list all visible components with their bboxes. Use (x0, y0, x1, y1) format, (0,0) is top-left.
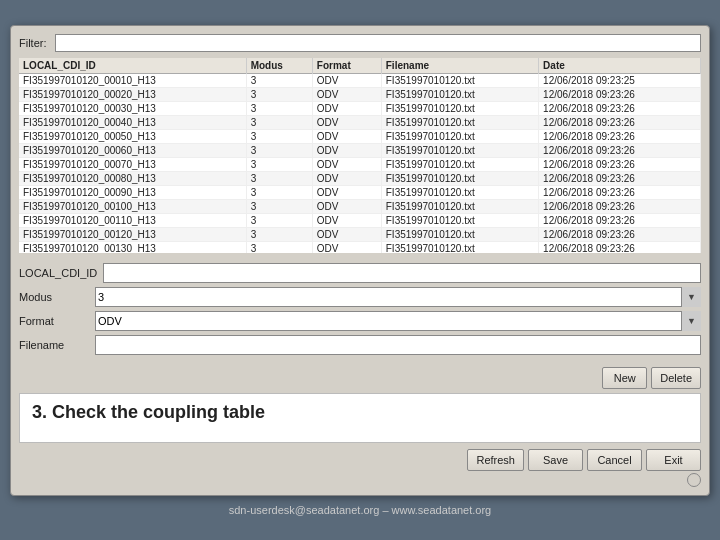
filter-row: Filter: (19, 34, 701, 52)
format-select-wrapper: ODV ▼ (95, 311, 701, 331)
table-cell-local_cdi_id: FI351997010120_00070_H13 (19, 157, 246, 171)
table-cell-modus: 3 (246, 157, 312, 171)
form-row-format: Format ODV ▼ (19, 311, 701, 331)
table-row[interactable]: FI351997010120_00030_H133ODVFI3519970101… (19, 101, 701, 115)
cancel-button[interactable]: Cancel (587, 449, 642, 471)
table-cell-modus: 3 (246, 73, 312, 87)
table-cell-local_cdi_id: FI351997010120_00010_H13 (19, 73, 246, 87)
table-row[interactable]: FI351997010120_00060_H133ODVFI3519970101… (19, 143, 701, 157)
filename-label: Filename (19, 339, 89, 351)
filter-input[interactable] (55, 34, 701, 52)
table-cell-date: 12/06/2018 09:23:26 (539, 87, 701, 101)
main-container: Filter: LOCAL_CDI_ID Modus Format Filena… (10, 25, 710, 496)
table-row[interactable]: FI351997010120_00080_H133ODVFI3519970101… (19, 171, 701, 185)
exit-button[interactable]: Exit (646, 449, 701, 471)
table-cell-format: ODV (312, 213, 381, 227)
table-cell-local_cdi_id: FI351997010120_00040_H13 (19, 115, 246, 129)
table-cell-format: ODV (312, 101, 381, 115)
table-cell-date: 12/06/2018 09:23:26 (539, 227, 701, 241)
table-cell-filename: FI351997010120.txt (381, 143, 538, 157)
table-cell-date: 12/06/2018 09:23:26 (539, 157, 701, 171)
new-delete-row: New Delete (19, 367, 701, 389)
table-cell-date: 12/06/2018 09:23:26 (539, 213, 701, 227)
table-cell-date: 12/06/2018 09:23:25 (539, 73, 701, 87)
table-cell-date: 12/06/2018 09:23:26 (539, 199, 701, 213)
table-header-row: LOCAL_CDI_ID Modus Format Filename Date (19, 58, 701, 74)
table-cell-date: 12/06/2018 09:23:26 (539, 241, 701, 253)
table-cell-filename: FI351997010120.txt (381, 73, 538, 87)
table-cell-filename: FI351997010120.txt (381, 129, 538, 143)
table-row[interactable]: FI351997010120_00010_H133ODVFI3519970101… (19, 73, 701, 87)
table-wrapper: LOCAL_CDI_ID Modus Format Filename Date … (19, 58, 701, 253)
table-cell-date: 12/06/2018 09:23:26 (539, 115, 701, 129)
table-cell-modus: 3 (246, 241, 312, 253)
table-body: FI351997010120_00010_H133ODVFI3519970101… (19, 73, 701, 253)
instruction-area: 3. Check the coupling table (19, 393, 701, 443)
footer: sdn-userdesk@seadatanet.org – www.seadat… (229, 504, 492, 516)
table-cell-local_cdi_id: FI351997010120_00100_H13 (19, 199, 246, 213)
table-cell-local_cdi_id: FI351997010120_00130_H13 (19, 241, 246, 253)
table-cell-local_cdi_id: FI351997010120_00120_H13 (19, 227, 246, 241)
col-header-date: Date (539, 58, 701, 74)
table-cell-format: ODV (312, 73, 381, 87)
table-cell-format: ODV (312, 199, 381, 213)
save-button[interactable]: Save (528, 449, 583, 471)
new-button[interactable]: New (602, 367, 647, 389)
table-row[interactable]: FI351997010120_00110_H133ODVFI3519970101… (19, 213, 701, 227)
table-cell-local_cdi_id: FI351997010120_00060_H13 (19, 143, 246, 157)
table-cell-format: ODV (312, 157, 381, 171)
table-cell-date: 12/06/2018 09:23:26 (539, 171, 701, 185)
form-row-local-cdi-id: LOCAL_CDI_ID (19, 263, 701, 283)
table-cell-modus: 3 (246, 143, 312, 157)
col-header-modus: Modus (246, 58, 312, 74)
table-cell-format: ODV (312, 129, 381, 143)
table-cell-filename: FI351997010120.txt (381, 157, 538, 171)
format-select[interactable]: ODV (95, 311, 701, 331)
table-row[interactable]: FI351997010120_00090_H133ODVFI3519970101… (19, 185, 701, 199)
table-cell-filename: FI351997010120.txt (381, 115, 538, 129)
table-cell-local_cdi_id: FI351997010120_00030_H13 (19, 101, 246, 115)
instruction-text: 3. Check the coupling table (32, 402, 265, 422)
table-row[interactable]: FI351997010120_00040_H133ODVFI3519970101… (19, 115, 701, 129)
table-row[interactable]: FI351997010120_00070_H133ODVFI3519970101… (19, 157, 701, 171)
table-cell-modus: 3 (246, 199, 312, 213)
table-cell-format: ODV (312, 171, 381, 185)
modus-select[interactable]: 3 (95, 287, 701, 307)
table-cell-local_cdi_id: FI351997010120_00080_H13 (19, 171, 246, 185)
refresh-button[interactable]: Refresh (467, 449, 524, 471)
table-cell-modus: 3 (246, 87, 312, 101)
local-cdi-id-input[interactable] (103, 263, 701, 283)
table-cell-modus: 3 (246, 227, 312, 241)
table-cell-filename: FI351997010120.txt (381, 185, 538, 199)
table-cell-local_cdi_id: FI351997010120_00110_H13 (19, 213, 246, 227)
table-cell-date: 12/06/2018 09:23:26 (539, 101, 701, 115)
table-row[interactable]: FI351997010120_00120_H133ODVFI3519970101… (19, 227, 701, 241)
table-cell-filename: FI351997010120.txt (381, 241, 538, 253)
table-cell-local_cdi_id: FI351997010120_00050_H13 (19, 129, 246, 143)
filename-input[interactable] (95, 335, 701, 355)
table-cell-filename: FI351997010120.txt (381, 101, 538, 115)
table-row[interactable]: FI351997010120_00050_H133ODVFI3519970101… (19, 129, 701, 143)
table-cell-format: ODV (312, 241, 381, 253)
table-cell-format: ODV (312, 185, 381, 199)
table-row[interactable]: FI351997010120_00100_H133ODVFI3519970101… (19, 199, 701, 213)
table-cell-local_cdi_id: FI351997010120_00090_H13 (19, 185, 246, 199)
table-cell-format: ODV (312, 87, 381, 101)
table-cell-modus: 3 (246, 129, 312, 143)
table-cell-modus: 3 (246, 115, 312, 129)
modus-select-wrapper: 3 ▼ (95, 287, 701, 307)
delete-button[interactable]: Delete (651, 367, 701, 389)
col-header-format: Format (312, 58, 381, 74)
detail-form: LOCAL_CDI_ID Modus 3 ▼ Format ODV ▼ File… (19, 259, 701, 363)
table-row[interactable]: FI351997010120_00020_H133ODVFI3519970101… (19, 87, 701, 101)
bottom-buttons: Refresh Save Cancel Exit (19, 449, 701, 471)
table-row[interactable]: FI351997010120_00130_H133ODVFI3519970101… (19, 241, 701, 253)
footer-text: sdn-userdesk@seadatanet.org – www.seadat… (229, 504, 492, 516)
table-cell-modus: 3 (246, 171, 312, 185)
table-cell-filename: FI351997010120.txt (381, 199, 538, 213)
table-scroll[interactable]: LOCAL_CDI_ID Modus Format Filename Date … (19, 58, 701, 253)
table-cell-filename: FI351997010120.txt (381, 171, 538, 185)
format-label: Format (19, 315, 89, 327)
data-table: LOCAL_CDI_ID Modus Format Filename Date … (19, 58, 701, 253)
bottom-status-row (19, 473, 701, 487)
